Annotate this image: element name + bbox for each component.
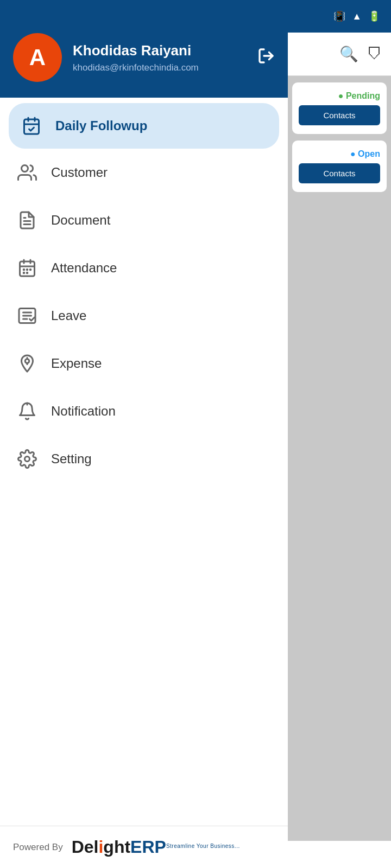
nav-list: Daily Followup Customer [0,98,288,826]
brand-tagline: Streamline Your Business... [166,843,240,849]
sidebar-item-setting[interactable]: Setting [0,435,288,483]
daily-followup-label: Daily Followup [55,118,147,133]
setting-label: Setting [51,451,92,467]
setting-icon [15,447,39,471]
navigation-drawer: A Khodidas Raiyani khodidas@rkinfotechin… [0,0,288,868]
leave-label: Leave [51,308,86,323]
svg-point-25 [25,457,30,462]
powered-by-text: Powered By [13,842,63,853]
avatar: A [13,33,62,82]
brand-logo: DelightERP Streamline Your Business... [72,837,240,857]
user-name: Khodidas Raiyani [73,42,247,59]
svg-point-21 [25,359,29,363]
sidebar-item-daily-followup[interactable]: Daily Followup [9,103,279,149]
attendance-icon [15,256,39,280]
logout-button[interactable] [257,47,275,68]
brand-delight: Delight [72,837,130,857]
filter-icon: ⛉ [367,45,382,63]
customer-label: Customer [51,165,108,180]
sidebar-item-leave[interactable]: Leave [0,292,288,340]
expense-label: Expense [51,356,102,371]
sidebar-item-attendance[interactable]: Attendance [0,244,288,292]
user-email: khodidas@rkinfotechindia.com [73,62,247,73]
customer-icon [15,161,39,184]
notification-label: Notification [51,404,116,419]
notification-icon [15,399,39,423]
background-panel: 🔍 ⛉ ● Pending Contacts ● Open Contacts [288,0,391,868]
sidebar-item-customer[interactable]: Customer [0,149,288,196]
leave-icon [15,304,39,328]
brand-erp: ERP [130,837,166,857]
wifi-icon: ▲ [352,11,362,22]
vibrate-icon: 📳 [333,10,345,22]
expense-icon [15,352,39,375]
status-icons: 📳 ▲ 🔋 [333,10,380,22]
sidebar-item-document[interactable]: Document [0,196,288,244]
document-label: Document [51,213,110,228]
contacts-button-1[interactable]: Contacts [299,105,380,125]
pending-status: ● Pending [299,91,380,101]
sidebar-item-notification[interactable]: Notification [0,387,288,435]
bg-toolbar: 🔍 ⛉ [288,33,391,76]
bg-card-1: ● Pending Contacts [292,82,387,134]
calendar-check-icon [20,114,43,138]
sidebar-item-expense[interactable]: Expense [0,340,288,387]
document-icon [15,208,39,232]
drawer-footer: Powered By DelightERP Streamline Your Bu… [0,826,288,868]
contacts-button-2[interactable]: Contacts [299,163,380,183]
user-info: Khodidas Raiyani khodidas@rkinfotechindi… [73,42,247,73]
bg-card-2: ● Open Contacts [292,141,387,192]
drawer-header: A Khodidas Raiyani khodidas@rkinfotechin… [0,0,288,98]
search-icon: 🔍 [339,45,358,63]
open-status: ● Open [299,149,380,159]
svg-point-5 [22,165,28,172]
svg-rect-1 [24,119,39,134]
battery-icon: 🔋 [368,10,380,22]
attendance-label: Attendance [51,260,117,276]
